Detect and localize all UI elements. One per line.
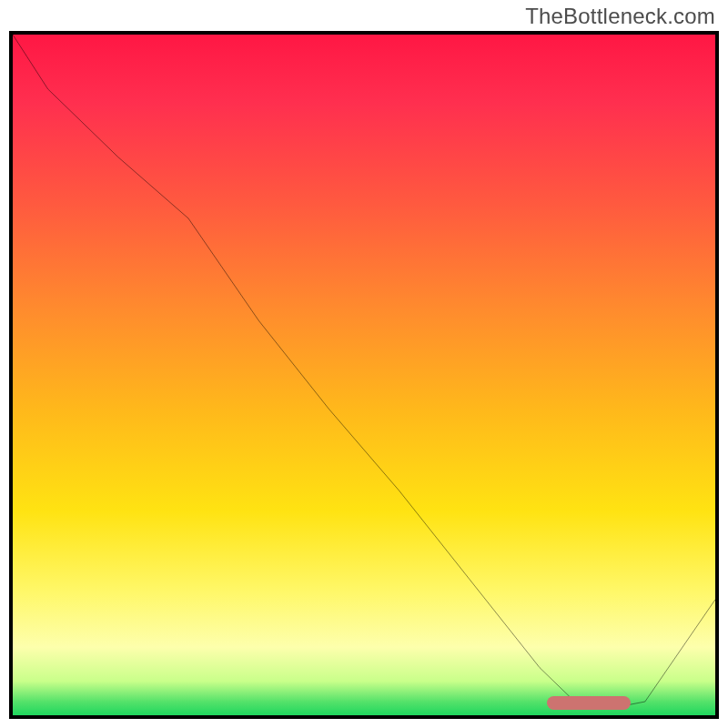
curve-path	[13, 35, 715, 709]
optimal-range-marker	[547, 696, 632, 710]
plot-area	[9, 31, 719, 719]
chart-root: TheBottleneck.com	[0, 0, 728, 728]
bottleneck-curve	[13, 35, 715, 715]
watermark-text: TheBottleneck.com	[525, 4, 715, 29]
